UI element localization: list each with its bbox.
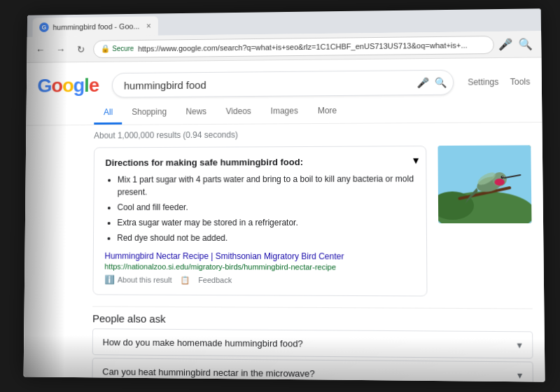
tab-favicon: G [39,22,49,32]
ask-item-2-text: Can you heat hummingbird nectar in the m… [102,366,314,379]
refresh-button[interactable]: ↻ [73,41,89,57]
snippet-item-2: Cool and fill feeder. [118,201,415,214]
ask-item-1-text: How do you make homemade hummingbird foo… [103,337,303,349]
tab-more[interactable]: More [308,100,346,123]
header-right: Settings Tools [468,77,530,88]
secure-badge: 🔒 Secure [101,44,134,53]
snippet-list: Mix 1 part sugar with 4 parts water and … [105,172,415,244]
search-mic-icon[interactable]: 🎤 [416,77,428,88]
page-content: Google 🎤 🔍 Settings Tools All [24,57,545,382]
browser-tab[interactable]: G hummingbird food - Goo... × [32,16,158,36]
featured-snippet: Directions for making safe hummingbird f… [92,146,427,296]
browser-chrome: G hummingbird food - Goo... × ← → ↻ 🔒 Se… [24,8,545,382]
results-count: About 1,000,000 results (0.94 seconds) [94,128,531,140]
snippet-source-link[interactable]: Hummingbird Nectar Recipe | Smithsonian … [104,251,344,262]
bird-image-container [438,145,531,223]
tab-shopping[interactable]: Shopping [122,102,176,125]
feedback-button[interactable]: Feedback [198,276,232,284]
tab-title: hummingbird food - Goo... [52,22,139,31]
microphone-icon[interactable]: 🎤 [498,38,513,51]
google-header: Google 🎤 🔍 Settings Tools [27,57,542,98]
google-logo: Google [37,74,99,97]
back-button[interactable]: ← [32,41,48,58]
tab-images[interactable]: Images [261,100,308,123]
bird-svg [438,145,531,223]
svg-point-9 [502,176,503,177]
lock-icon: 🔒 [101,44,111,53]
hummingbird-image [438,145,531,223]
svg-point-6 [494,178,504,186]
results-main: Directions for making safe hummingbird f… [92,145,532,308]
snippet-title: Directions for making safe hummingbird f… [105,156,414,168]
address-bar[interactable]: 🔒 Secure https://www.google.com/search?q… [93,36,494,58]
people-also-ask-title: People also ask [92,312,533,327]
browser-window: G hummingbird food - Goo... × ← → ↻ 🔒 Se… [24,8,545,382]
about-result[interactable]: ℹ️ About this result [104,275,172,285]
search-tabs: All Shopping News Videos Images More [26,94,542,126]
search-submit-icon[interactable]: 🔍 [434,77,446,88]
search-input[interactable] [112,70,454,98]
snippet-item-1: Mix 1 part sugar with 4 parts water and … [118,172,415,198]
ask-item-1[interactable]: How do you make homemade hummingbird foo… [92,328,533,358]
forward-button[interactable]: → [52,41,69,58]
tools-link[interactable]: Tools [510,77,531,87]
people-also-ask-section: People also ask How do you make homemade… [92,306,533,382]
results-area: About 1,000,000 results (0.94 seconds) D… [24,122,545,382]
snippet-chevron: ▾ [413,153,419,167]
tab-news[interactable]: News [176,101,216,124]
snippet-url: https://nationalzoo.si.edu/migratory-bir… [104,262,415,272]
tab-close-button[interactable]: × [146,21,151,31]
search-icon[interactable]: 🔍 [518,37,533,50]
url-text: https://www.google.com/search?q=what+is+… [138,41,468,52]
ask-chevron-2: ▾ [517,370,522,382]
search-inner-icons: 🎤 🔍 [416,77,447,88]
tab-all[interactable]: All [94,102,122,125]
feedback-icon: 📋 [180,275,190,284]
settings-link[interactable]: Settings [468,77,498,87]
info-icon: ℹ️ [104,275,115,285]
ask-item-2[interactable]: Can you heat hummingbird nectar in the m… [92,358,533,382]
address-icons: 🎤 🔍 [498,37,533,51]
ask-chevron-1: ▾ [517,339,522,350]
search-box-wrapper: 🎤 🔍 [112,70,454,98]
snippet-item-4: Red dye should not be added. [117,232,415,244]
snippet-meta: ℹ️ About this result 📋 Feedback [104,275,415,286]
secure-label: Secure [112,45,134,52]
svg-point-8 [501,176,504,178]
snippet-item-3: Extra sugar water may be stored in a ref… [117,216,414,229]
snippet-source: Hummingbird Nectar Recipe | Smithsonian … [104,251,415,272]
tab-videos[interactable]: Videos [216,101,261,124]
